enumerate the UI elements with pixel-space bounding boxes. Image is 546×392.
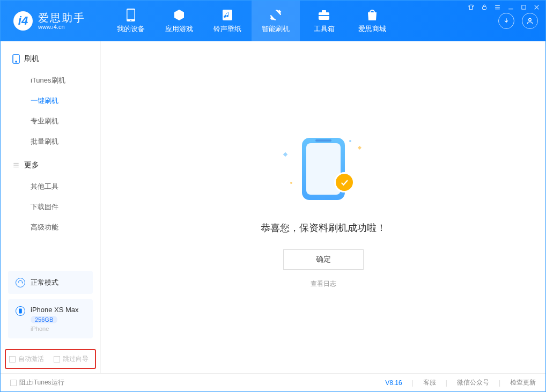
logo-icon: i4 bbox=[13, 11, 33, 31]
flash-options-highlight: 自动激活 跳过向导 bbox=[5, 349, 96, 369]
checkbox-icon bbox=[10, 380, 17, 386]
checkbox-auto-activate[interactable]: 自动激活 bbox=[9, 354, 44, 364]
checkbox-block-itunes[interactable]: 阻止iTunes运行 bbox=[10, 378, 64, 387]
tab-label: 工具箱 bbox=[314, 24, 335, 34]
device-icon bbox=[12, 54, 20, 64]
checkbox-label: 跳过向导 bbox=[63, 354, 88, 364]
tab-toolbox[interactable]: 工具箱 bbox=[300, 1, 348, 41]
confirm-button[interactable]: 确定 bbox=[283, 249, 364, 270]
support-link[interactable]: 客服 bbox=[423, 378, 436, 387]
sidebar-section-label: 更多 bbox=[24, 160, 39, 170]
app-title: 爱思助手 bbox=[38, 12, 85, 24]
briefcase-icon bbox=[318, 9, 330, 21]
svg-rect-5 bbox=[522, 5, 526, 9]
list-icon bbox=[12, 161, 20, 169]
lock-icon[interactable] bbox=[481, 4, 488, 11]
tshirt-icon[interactable] bbox=[468, 4, 475, 11]
wechat-link[interactable]: 微信公众号 bbox=[457, 378, 489, 387]
success-illustration bbox=[281, 138, 366, 202]
checkbox-label: 阻止iTunes运行 bbox=[19, 378, 64, 387]
tab-my-device[interactable]: 我的设备 bbox=[107, 1, 155, 41]
svg-point-17 bbox=[16, 61, 17, 62]
sidebar-item-pro-flash[interactable]: 专业刷机 bbox=[1, 111, 100, 131]
tab-ringtones[interactable]: 铃声壁纸 bbox=[203, 1, 252, 41]
device-storage: 256GB bbox=[31, 316, 57, 323]
checkbox-label: 自动激活 bbox=[18, 354, 44, 364]
view-log-link[interactable]: 查看日志 bbox=[311, 279, 336, 289]
menu-icon[interactable] bbox=[494, 4, 501, 11]
version-label: V8.16 bbox=[385, 379, 402, 387]
mode-card[interactable]: 正常模式 bbox=[8, 271, 93, 294]
svg-rect-21 bbox=[19, 309, 22, 314]
sidebar-item-oneclick-flash[interactable]: 一键刷机 bbox=[1, 91, 100, 111]
close-icon[interactable] bbox=[533, 4, 540, 11]
tab-label: 智能刷机 bbox=[262, 24, 290, 34]
minimize-icon[interactable] bbox=[507, 4, 514, 11]
sidebar: 刷机 iTunes刷机 一键刷机 专业刷机 批量刷机 更多 其他工具 下载固件 … bbox=[1, 41, 101, 373]
sidebar-section-label: 刷机 bbox=[24, 54, 39, 64]
device-card[interactable]: iPhone XS Max 256GB iPhone bbox=[8, 299, 93, 338]
statusbar: 阻止iTunes运行 V8.16 | 客服 | 微信公众号 | 检查更新 bbox=[1, 373, 545, 391]
success-message: 恭喜您，保资料刷机成功啦！ bbox=[261, 221, 386, 234]
tab-label: 爱思商城 bbox=[358, 24, 386, 34]
main-content: 恭喜您，保资料刷机成功啦！ 确定 查看日志 bbox=[101, 41, 545, 373]
check-update-link[interactable]: 检查更新 bbox=[510, 378, 536, 387]
sidebar-item-batch-flash[interactable]: 批量刷机 bbox=[1, 131, 100, 152]
music-icon bbox=[221, 9, 234, 21]
tab-label: 铃声壁纸 bbox=[213, 24, 241, 34]
svg-rect-14 bbox=[319, 15, 329, 16]
sync-icon bbox=[16, 278, 25, 287]
svg-rect-9 bbox=[128, 10, 135, 19]
checkbox-icon bbox=[9, 356, 16, 363]
sidebar-item-advanced[interactable]: 高级功能 bbox=[1, 217, 100, 238]
maximize-icon[interactable] bbox=[521, 4, 527, 10]
device-name: iPhone XS Max bbox=[31, 306, 79, 314]
phone-small-icon bbox=[16, 306, 25, 316]
check-badge-icon bbox=[334, 172, 355, 193]
sidebar-item-itunes-flash[interactable]: iTunes刷机 bbox=[1, 70, 100, 91]
tab-flash[interactable]: 智能刷机 bbox=[252, 1, 300, 41]
tab-label: 我的设备 bbox=[117, 24, 145, 34]
refresh-icon bbox=[269, 9, 282, 21]
mode-label: 正常模式 bbox=[31, 278, 58, 287]
phone-icon bbox=[124, 9, 137, 21]
device-type: iPhone bbox=[31, 326, 79, 332]
header-actions bbox=[498, 13, 538, 29]
sidebar-item-download-firmware[interactable]: 下载固件 bbox=[1, 197, 100, 217]
svg-rect-13 bbox=[322, 10, 326, 12]
window-controls bbox=[468, 4, 540, 11]
download-button[interactable] bbox=[498, 13, 514, 29]
checkbox-icon bbox=[54, 356, 60, 363]
bag-icon bbox=[366, 9, 379, 21]
sidebar-section-flash[interactable]: 刷机 bbox=[1, 51, 100, 67]
svg-point-15 bbox=[529, 18, 532, 21]
checkbox-skip-guide[interactable]: 跳过向导 bbox=[54, 354, 88, 364]
svg-point-10 bbox=[130, 20, 131, 21]
header-tabs: 我的设备 应用游戏 铃声壁纸 智能刷机 工具箱 爱思商城 bbox=[107, 1, 396, 41]
user-button[interactable] bbox=[522, 13, 538, 29]
header: i4 爱思助手 www.i4.cn 我的设备 应用游戏 铃声壁纸 智能刷机 工具… bbox=[1, 1, 545, 41]
tab-store[interactable]: 爱思商城 bbox=[348, 1, 396, 41]
logo: i4 爱思助手 www.i4.cn bbox=[13, 11, 85, 31]
app-url: www.i4.cn bbox=[38, 24, 85, 30]
sidebar-section-more[interactable]: 更多 bbox=[1, 157, 100, 173]
svg-rect-0 bbox=[483, 7, 486, 10]
tab-label: 应用游戏 bbox=[165, 24, 193, 34]
tab-apps-games[interactable]: 应用游戏 bbox=[155, 1, 203, 41]
cube-icon bbox=[173, 9, 186, 21]
sidebar-item-other-tools[interactable]: 其他工具 bbox=[1, 176, 100, 197]
